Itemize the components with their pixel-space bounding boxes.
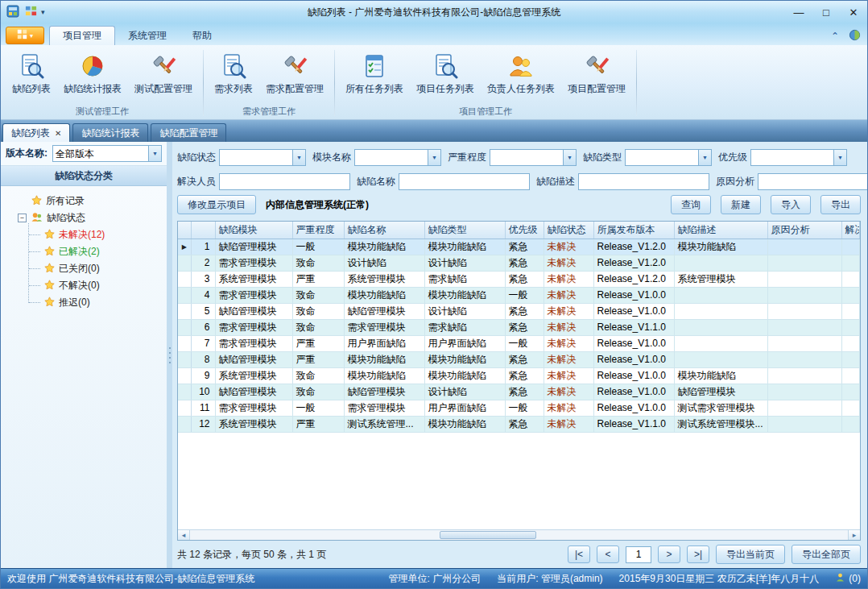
- collapse-ribbon-icon[interactable]: ⌃: [825, 27, 845, 45]
- tree-item-status-3[interactable]: 不解决(0): [4, 277, 163, 294]
- ribbon-group-test-management: 缺陷列表 缺陷统计报表 测试配置管理 测试管理工作: [2, 47, 202, 119]
- star-icon: [31, 195, 42, 208]
- status-cell: 未解决: [544, 271, 593, 287]
- tree-item-status-0[interactable]: 未解决(12): [4, 226, 163, 243]
- statusbar: 欢迎使用 广州爱奇迪软件科技有限公司-缺陷信息管理系统 管理单位: 广州分公司 …: [1, 568, 867, 588]
- filter-priority-select[interactable]: ▼: [750, 149, 847, 166]
- tools-icon: [281, 52, 308, 80]
- table-row[interactable]: 12系统管理模块严重测试系统管理...模块功能缺陷紧急未解决Release_V1…: [178, 416, 860, 432]
- row-number-cell: 10: [191, 384, 215, 400]
- status-cell: 未解决: [544, 303, 593, 319]
- group-separator: [636, 50, 637, 116]
- task-list-icon: [361, 52, 388, 80]
- close-button[interactable]: ✕: [840, 3, 867, 21]
- star-icon: [44, 280, 55, 292]
- horizontal-scrollbar[interactable]: ◂ ▸: [178, 529, 860, 540]
- filter-defect-name-input[interactable]: [399, 173, 530, 190]
- export-button[interactable]: 导出: [820, 195, 861, 214]
- tab-defect-list[interactable]: 缺陷列表 ✕: [2, 123, 70, 142]
- chevron-down-icon: ▼: [292, 150, 305, 165]
- tree-children: 未解决(12)已解决(2)已关闭(0)不解决(0)推迟(0): [4, 226, 163, 311]
- sidebar: 版本名称: 全部版本 ▼ 缺陷状态分类 所有记录 − 缺陷状态 未解决(12)已…: [1, 142, 167, 568]
- table-row[interactable]: 3系统管理模块严重系统管理模块需求缺陷紧急未解决Release_V1.2.0系统…: [178, 271, 860, 287]
- table-row[interactable]: ▶1缺陷管理模块一般模块功能缺陷模块功能缺陷紧急未解决Release_V1.2.…: [178, 239, 860, 255]
- ribbon-tab-system[interactable]: 系统管理: [115, 26, 180, 45]
- requirement-config-button[interactable]: 需求配置管理: [260, 49, 329, 99]
- online-users-badge: (0): [835, 572, 861, 585]
- filter-defect-desc-input[interactable]: [578, 173, 709, 190]
- date-label: 2015年9月30日星期三 农历乙未[羊]年八月十八: [619, 572, 820, 586]
- export-current-page-button[interactable]: 导出当前页: [716, 545, 785, 564]
- modify-display-button[interactable]: 修改显示项目: [177, 195, 256, 214]
- ribbon-tab-project[interactable]: 项目管理: [49, 26, 115, 45]
- filter-severity-select[interactable]: ▼: [490, 149, 577, 166]
- scrollbar-thumb[interactable]: [440, 531, 536, 539]
- filter-defect-type-select[interactable]: ▼: [625, 149, 712, 166]
- grid-icon[interactable]: [23, 5, 38, 19]
- next-page-button[interactable]: >: [658, 545, 680, 563]
- filter-defect-status-select[interactable]: ▼: [219, 149, 306, 166]
- table-row[interactable]: 5缺陷管理模块致命缺陷管理模块设计缺陷紧急未解决Release_V1.0.0: [178, 303, 860, 319]
- table-row[interactable]: 10缺陷管理模块致命缺陷管理模块设计缺陷紧急未解决Release_V1.0.0缺…: [178, 384, 860, 400]
- tab-close-icon[interactable]: ✕: [55, 129, 61, 138]
- scroll-left-icon[interactable]: ◂: [178, 530, 190, 540]
- main-panel: 缺陷状态 ▼ 模块名称 ▼ 严重程度: [172, 142, 867, 568]
- tree-item-status-1[interactable]: 已解决(2): [4, 243, 163, 260]
- app-window: ▾ 缺陷列表 - 广州爱奇迪软件科技有限公司-缺陷信息管理系统 — □ ✕ ▾ …: [0, 0, 868, 589]
- tree-item-status-4[interactable]: 推迟(0): [4, 294, 163, 311]
- new-button[interactable]: 新建: [721, 195, 761, 214]
- export-all-pages-button[interactable]: 导出全部页: [792, 545, 861, 564]
- first-page-button[interactable]: |<: [568, 545, 590, 563]
- app-menu-button[interactable]: ▾: [6, 27, 44, 44]
- owner-tasks-button[interactable]: 负责人任务列表: [482, 49, 560, 99]
- ribbon-tab-help[interactable]: 帮助: [180, 26, 225, 45]
- scroll-right-icon[interactable]: ▸: [848, 530, 860, 540]
- people-icon: [507, 52, 535, 80]
- filter-module-name-select[interactable]: ▼: [354, 149, 441, 166]
- system-status-label: 内部信息管理系统(正常): [266, 198, 369, 212]
- version-select[interactable]: 全部版本 ▼: [52, 145, 162, 162]
- tree-item-status-2[interactable]: 已关闭(0): [4, 260, 163, 277]
- ribbon-tab-strip: ▾ 项目管理 系统管理 帮助 ⌃: [1, 23, 867, 45]
- table-row[interactable]: 7需求管理模块严重用户界面缺陷用户界面缺陷一般未解决Release_V1.0.0: [178, 335, 860, 351]
- table-row[interactable]: 11需求管理模块一般需求管理模块用户界面缺陷一般未解决Release_V1.0.…: [178, 400, 860, 416]
- test-config-button[interactable]: 测试配置管理: [129, 49, 198, 99]
- minimize-button[interactable]: —: [785, 3, 812, 21]
- filter-cause-analysis-input[interactable]: [758, 173, 868, 190]
- style-icon[interactable]: [845, 27, 864, 45]
- project-tasks-button[interactable]: 项目任务列表: [411, 49, 480, 99]
- defect-list-button[interactable]: 缺陷列表: [6, 49, 56, 99]
- all-tasks-button[interactable]: 所有任务列表: [340, 49, 409, 99]
- table-row[interactable]: 8缺陷管理模块严重模块功能缺陷模块功能缺陷紧急未解决Release_V1.0.0: [178, 351, 860, 367]
- query-button[interactable]: 查询: [671, 195, 711, 214]
- page-number-input[interactable]: [626, 546, 651, 563]
- row-pointer-cell: [178, 303, 191, 319]
- ribbon: 缺陷列表 缺陷统计报表 测试配置管理 测试管理工作 需求列表: [1, 45, 867, 120]
- quick-access-dropdown-icon[interactable]: ▾: [41, 8, 45, 16]
- tab-defect-config[interactable]: 缺陷配置管理: [151, 123, 226, 142]
- app-icon[interactable]: [6, 5, 20, 19]
- maximize-button[interactable]: □: [812, 3, 840, 21]
- import-button[interactable]: 导入: [771, 195, 811, 214]
- prev-page-button[interactable]: <: [597, 545, 619, 563]
- table-row[interactable]: 2需求管理模块致命设计缺陷设计缺陷紧急未解决Release_V1.2.0: [178, 255, 860, 271]
- org-label: 管理单位: 广州分公司: [389, 572, 482, 586]
- table-row[interactable]: 4需求管理模块致命模块功能缺陷模块功能缺陷一般未解决Release_V1.0.0: [178, 287, 860, 303]
- status-cell: 未解决: [544, 287, 593, 303]
- table-row[interactable]: 6需求管理模块致命需求管理模块需求缺陷紧急未解决Release_V1.1.0: [178, 319, 860, 335]
- tab-defect-report[interactable]: 缺陷统计报表: [72, 123, 148, 142]
- filter-solver-input[interactable]: [219, 173, 350, 190]
- collapse-icon[interactable]: −: [18, 214, 27, 222]
- defect-report-button[interactable]: 缺陷统计报表: [58, 49, 127, 99]
- table-row[interactable]: 9系统管理模块致命模块功能缺陷模块功能缺陷紧急未解决Release_V1.0.0…: [178, 367, 860, 384]
- tree-item-all-records[interactable]: 所有记录: [4, 193, 163, 209]
- sidebar-splitter[interactable]: [167, 142, 172, 568]
- window-controls: — □ ✕: [785, 3, 867, 21]
- grid-body: ▶1缺陷管理模块一般模块功能缺陷模块功能缺陷紧急未解决Release_V1.2.…: [178, 239, 860, 432]
- record-summary: 共 12 条记录，每页 50 条，共 1 页: [177, 548, 326, 562]
- project-config-button[interactable]: 项目配置管理: [562, 49, 631, 99]
- row-number-cell: 7: [191, 335, 215, 351]
- last-page-button[interactable]: >|: [687, 545, 709, 563]
- grid-scroll-area: 缺陷模块 严重程度 缺陷名称 缺陷类型 优先级 缺陷状态 所属发布版本 缺陷描述…: [178, 222, 860, 529]
- requirement-list-button[interactable]: 需求列表: [209, 49, 258, 99]
